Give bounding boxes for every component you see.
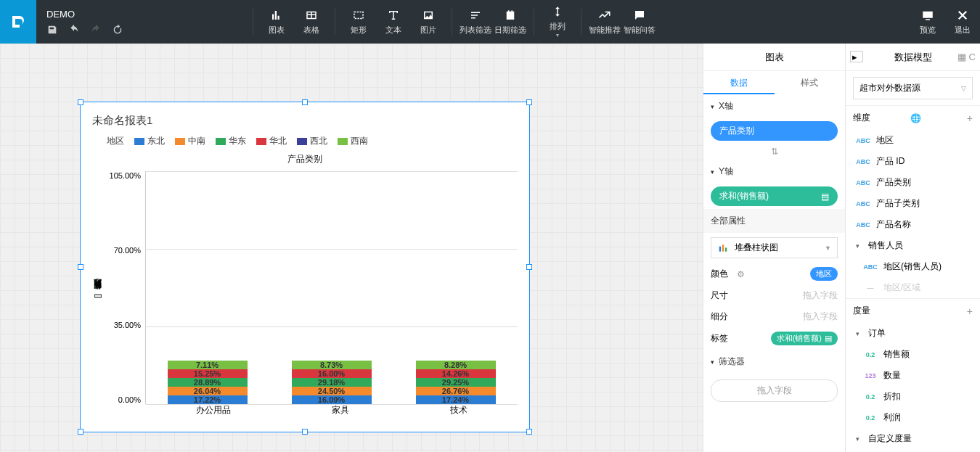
toolbar-arrange[interactable]: 排列▾	[540, 0, 575, 44]
toolbar-smart-qa[interactable]: 智能问答	[622, 0, 657, 44]
data-model-title: 数据模型	[894, 51, 932, 64]
add-dimension-icon[interactable]: +	[967, 112, 973, 124]
field-item[interactable]: 0.2销售额	[846, 344, 980, 365]
x-field-pill[interactable]: 产品类别	[711, 121, 838, 141]
field-item[interactable]: —地区/区域	[846, 277, 980, 298]
section-filter[interactable]: ▾筛选器	[703, 350, 845, 374]
globe-icon[interactable]: 🌐	[910, 113, 921, 123]
field-item[interactable]: ABC地区(销售人员)	[846, 256, 980, 277]
field-group-sales[interactable]: ▾销售人员	[846, 235, 980, 256]
chart-widget[interactable]: 未命名报表1 地区 东北 中南 华东 华北 西北 西南 产品类别 [销售额]的总…	[80, 102, 530, 432]
legend-item: 华东	[216, 135, 246, 147]
tab-style[interactable]: 样式	[775, 71, 846, 94]
legend-item: 东北	[134, 135, 165, 147]
toolbar-list-filter[interactable]: 列表筛选	[458, 0, 493, 44]
field-item[interactable]: 0.2折扣	[846, 386, 980, 407]
field-item[interactable]: ABC地区	[846, 130, 980, 151]
app-logo[interactable]	[0, 0, 36, 44]
toolbar-image[interactable]: 图片	[411, 0, 446, 44]
measure-group: 度量+	[846, 298, 980, 323]
legend-item: 西南	[338, 135, 368, 147]
field-item[interactable]: ABC产品子类别	[846, 193, 980, 214]
field-item[interactable]: ABC产品 ID	[846, 151, 980, 172]
legend-item: 西北	[297, 135, 327, 147]
svg-rect-0	[719, 246, 721, 251]
save-icon[interactable]	[46, 24, 58, 36]
svg-rect-1	[722, 245, 724, 251]
toolbar-preview[interactable]: 预览	[910, 0, 945, 44]
cfg-label[interactable]: 标签求和(销售额)▤	[703, 327, 845, 350]
toolbar-exit[interactable]: 退出	[945, 0, 980, 44]
y-axis: 105.00%70.00%35.00%0.00%	[106, 171, 145, 420]
canvas[interactable]: 未命名报表1 地区 东北 中南 华东 华北 西北 西南 产品类别 [销售额]的总…	[0, 44, 703, 452]
section-y-axis[interactable]: ▾Y轴	[703, 160, 845, 184]
config-panel-title: 图表	[703, 44, 845, 71]
datasource-select[interactable]: 超市对外数据源▽	[853, 77, 973, 99]
y-axis-label: [销售额]的总额百分比	[92, 171, 103, 420]
chart-x-title: 产品类别	[92, 153, 518, 165]
bar-办公用品: 17.22%26.04%28.89%15.25%7.11%	[168, 361, 248, 404]
config-panel: 图表 数据 样式 ▾X轴 产品类别 ⇅ ▾Y轴 求和(销售额)▤ 全部属性 堆叠…	[703, 44, 845, 452]
field-item[interactable]: 0.2利润	[846, 407, 980, 428]
refresh-icon[interactable]	[112, 24, 123, 36]
bar-技术: 17.24%26.76%29.25%14.26%8.28%	[416, 361, 496, 404]
swap-axes-icon[interactable]: ⇅	[703, 144, 845, 160]
field-group-custom[interactable]: ▾自定义度量	[846, 428, 980, 449]
undo-icon[interactable]	[68, 24, 80, 36]
chart-type-select[interactable]: 堆叠柱状图▼	[711, 237, 838, 258]
bar-家具: 16.09%24.50%29.18%16.00%8.73%	[292, 361, 372, 404]
panel-collapse-icon[interactable]: ▸	[850, 51, 863, 62]
app-title: DEMO	[46, 9, 247, 20]
cfg-color[interactable]: 颜色⚙地区	[703, 263, 845, 285]
section-x-axis[interactable]: ▾X轴	[703, 94, 845, 118]
toolbar-text[interactable]: 文本	[376, 0, 411, 44]
toolbar-rect[interactable]: 矩形	[341, 0, 376, 44]
section-all-attrs: 全部属性	[703, 209, 845, 233]
filter-drop-slot[interactable]: 拖入字段	[711, 379, 838, 402]
chart-legend: 地区 东北 中南 华东 华北 西北 西南	[107, 135, 518, 147]
toolbar-smart-rec[interactable]: 智能推荐	[587, 0, 622, 44]
cfg-detail[interactable]: 细分拖入字段	[703, 306, 845, 327]
chart-title: 未命名报表1	[92, 114, 518, 128]
toolbar-date-filter[interactable]: 日期筛选	[493, 0, 528, 44]
field-item[interactable]: ABC产品类别	[846, 172, 980, 193]
legend-item: 华北	[256, 135, 287, 147]
x-axis-categories: 办公用品家具技术	[145, 404, 518, 420]
field-item[interactable]: ABC产品名称	[846, 214, 980, 235]
svg-rect-2	[725, 247, 727, 251]
add-measure-icon[interactable]: +	[967, 305, 973, 317]
field-group-order[interactable]: ▾订单	[846, 323, 980, 344]
y-field-pill[interactable]: 求和(销售额)▤	[711, 186, 838, 206]
toolbar-table[interactable]: 表格	[294, 0, 329, 44]
field-item[interactable]: 123数量	[846, 365, 980, 386]
dimension-group: 维度🌐+	[846, 105, 980, 130]
data-model-panel: ▸ 数据模型 ▦C 超市对外数据源▽ 维度🌐+ ABC地区ABC产品 IDABC…	[845, 44, 980, 452]
tab-data[interactable]: 数据	[703, 71, 775, 94]
settings-icon[interactable]: C	[969, 52, 976, 62]
grid-icon[interactable]: ▦	[957, 52, 966, 62]
redo-icon	[90, 24, 102, 36]
toolbar-chart[interactable]: 图表	[259, 0, 294, 44]
cfg-size[interactable]: 尺寸拖入字段	[703, 285, 845, 306]
legend-item: 中南	[175, 135, 205, 147]
